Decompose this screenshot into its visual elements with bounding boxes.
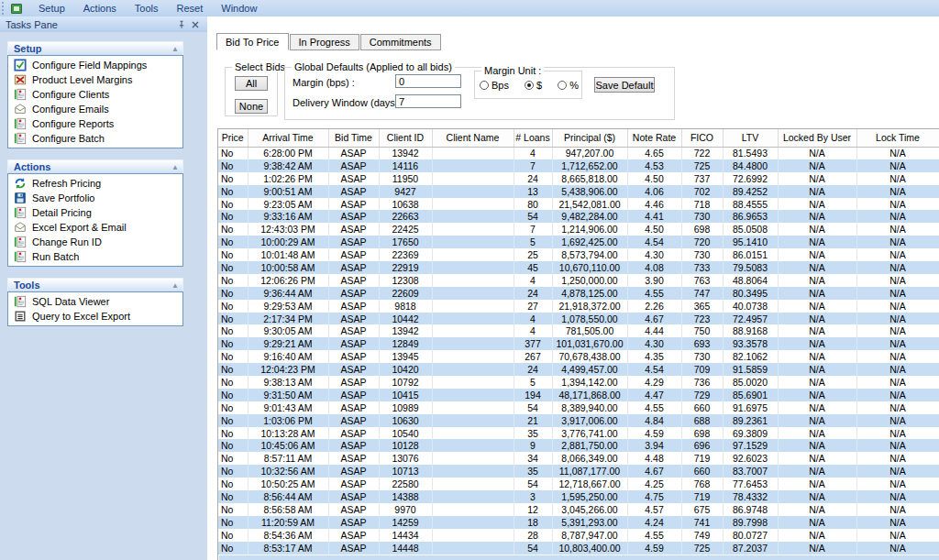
cell-principal[interactable]: 1,394,142.00	[552, 376, 627, 389]
grid-row[interactable]: No 11:20:59 AM ASAP 14259 18 5,391,293.0…	[218, 516, 939, 529]
cell-bid-time[interactable]: ASAP	[328, 439, 379, 452]
cell-lock-time[interactable]: N/A	[856, 465, 939, 478]
cell-price[interactable]: No	[218, 427, 248, 440]
cell-lock-time[interactable]: N/A	[856, 503, 939, 516]
grid-row[interactable]: No 9:36:44 AM ASAP 22609 24 4,878,125.00…	[218, 287, 939, 300]
cell-locked-by[interactable]: N/A	[778, 147, 856, 159]
cell-locked-by[interactable]: N/A	[778, 261, 856, 274]
cell-ltv[interactable]: 91.5859	[723, 363, 778, 376]
cell-ltv[interactable]: 72.4957	[723, 313, 778, 325]
cell-locked-by[interactable]: N/A	[778, 313, 856, 325]
cell-price[interactable]: No	[218, 324, 248, 337]
cell-client-name[interactable]	[432, 337, 514, 350]
cell-lock-time[interactable]: N/A	[856, 147, 939, 159]
cell-client-name[interactable]	[432, 324, 514, 337]
cell-lock-time[interactable]: N/A	[856, 210, 939, 223]
cell-lock-time[interactable]: N/A	[856, 300, 939, 313]
cell-client-id[interactable]: 10792	[379, 376, 432, 389]
cell-price[interactable]: No	[218, 401, 248, 414]
cell-client-name[interactable]	[432, 478, 514, 490]
cell-principal[interactable]: 48,171,868.00	[552, 389, 627, 401]
cell-client-name[interactable]	[432, 198, 514, 211]
cell-ltv[interactable]: 85.0020	[723, 376, 778, 389]
cell-arrival-time[interactable]: 6:28:00 PM	[248, 147, 328, 159]
cell-note-rate[interactable]: 4.25	[627, 478, 681, 490]
cell-principal[interactable]: 781,505.00	[552, 324, 627, 337]
cell-client-id[interactable]: 14448	[379, 542, 432, 555]
grid-row[interactable]: No 8:53:17 AM ASAP 14448 54 10,803,400.0…	[218, 542, 939, 555]
cell-lock-time[interactable]: N/A	[856, 490, 939, 503]
cell-ltv[interactable]: 69.3809	[723, 427, 778, 440]
cell-arrival-time[interactable]: 9:31:50 AM	[248, 389, 328, 401]
menu-item[interactable]: Setup	[29, 1, 74, 16]
cell-client-id[interactable]: 22919	[379, 261, 432, 274]
cell-lock-time[interactable]: N/A	[856, 159, 939, 172]
cell-bid-time[interactable]: ASAP	[328, 248, 379, 261]
cell-locked-by[interactable]: N/A	[778, 465, 856, 478]
cell-client-name[interactable]	[432, 147, 514, 159]
cell-fico[interactable]: 660	[681, 465, 723, 478]
sidebar-item[interactable]: Excel Export & Email	[8, 220, 182, 235]
cell-ltv[interactable]: 89.4252	[723, 185, 778, 198]
cell-price[interactable]: No	[218, 350, 248, 363]
cell-client-name[interactable]	[432, 172, 514, 185]
cell-client-id[interactable]: 13945	[379, 350, 432, 363]
cell-lock-time[interactable]: N/A	[856, 313, 939, 325]
cell-ltv[interactable]: 80.3495	[723, 287, 778, 300]
cell-price[interactable]: No	[218, 210, 248, 223]
cell-lock-time[interactable]: N/A	[856, 274, 939, 287]
menu-item[interactable]: Actions	[74, 1, 126, 16]
cell-locked-by[interactable]: N/A	[778, 376, 856, 389]
cell-fico[interactable]: 720	[681, 236, 723, 248]
cell-principal[interactable]: 12,718,667.00	[552, 478, 627, 490]
cell-note-rate[interactable]: 4.35	[627, 350, 681, 363]
cell-bid-time[interactable]: ASAP	[328, 376, 379, 389]
grid-row[interactable]: No 12:06:26 PM ASAP 12308 4 1,250,000.00…	[218, 274, 939, 287]
cell-client-id[interactable]: 22663	[379, 210, 432, 223]
grid-row[interactable]: No 8:56:44 AM ASAP 14388 3 1,595,250.00 …	[218, 490, 939, 503]
grid-row[interactable]: No 10:00:58 AM ASAP 22919 45 10,670,110.…	[218, 261, 939, 274]
cell-client-name[interactable]	[432, 236, 514, 248]
cell-client-name[interactable]	[432, 516, 514, 529]
cell-fico[interactable]: 660	[681, 401, 723, 414]
cell-principal[interactable]: 8,573,794.00	[552, 248, 627, 261]
cell-loans[interactable]: 4	[514, 147, 552, 159]
cell-client-id[interactable]: 10989	[379, 401, 432, 414]
cell-loans[interactable]: 7	[514, 223, 552, 236]
sidebar-item[interactable]: Query to Excel Export	[8, 309, 182, 324]
cell-arrival-time[interactable]: 9:38:13 AM	[248, 376, 328, 389]
cell-locked-by[interactable]: N/A	[778, 363, 856, 376]
cell-lock-time[interactable]: N/A	[856, 363, 939, 376]
cell-principal[interactable]: 8,665,818.00	[552, 172, 627, 185]
cell-ltv[interactable]: 80.0727	[723, 529, 778, 542]
cell-bid-time[interactable]: ASAP	[328, 414, 379, 427]
cell-ltv[interactable]: 89.2361	[723, 414, 778, 427]
cell-fico[interactable]: 768	[681, 478, 723, 490]
cell-note-rate[interactable]: 4.24	[627, 516, 681, 529]
cell-price[interactable]: No	[218, 287, 248, 300]
cell-fico[interactable]: 737	[681, 172, 723, 185]
cell-client-name[interactable]	[432, 465, 514, 478]
cell-ltv[interactable]: 72.6992	[723, 172, 778, 185]
cell-price[interactable]: No	[218, 172, 248, 185]
cell-ltv[interactable]: 85.6901	[723, 389, 778, 401]
cell-ltv[interactable]: 89.7998	[723, 516, 778, 529]
cell-arrival-time[interactable]: 8:57:11 AM	[248, 452, 328, 465]
cell-bid-time[interactable]: ASAP	[328, 542, 379, 555]
cell-note-rate[interactable]: 4.84	[627, 414, 681, 427]
cell-note-rate[interactable]: 4.50	[627, 223, 681, 236]
cell-fico[interactable]: 741	[681, 516, 723, 529]
cell-bid-time[interactable]: ASAP	[328, 210, 379, 223]
cell-bid-time[interactable]: ASAP	[328, 274, 379, 287]
cell-principal[interactable]: 21,542,081.00	[552, 198, 627, 211]
cell-ltv[interactable]: 93.3578	[723, 337, 778, 350]
cell-fico[interactable]: 702	[681, 185, 723, 198]
grid-row[interactable]: No 10:00:29 AM ASAP 17650 5 1,692,425.00…	[218, 236, 939, 248]
cell-fico[interactable]: 730	[681, 350, 723, 363]
cell-lock-time[interactable]: N/A	[856, 529, 939, 542]
grid-row[interactable]: No 12:43:03 PM ASAP 22425 7 1,214,906.00…	[218, 223, 939, 236]
cell-note-rate[interactable]: 4.41	[627, 210, 681, 223]
cell-client-id[interactable]: 14388	[379, 490, 432, 503]
cell-note-rate[interactable]: 4.75	[627, 490, 681, 503]
cell-client-name[interactable]	[432, 490, 514, 503]
